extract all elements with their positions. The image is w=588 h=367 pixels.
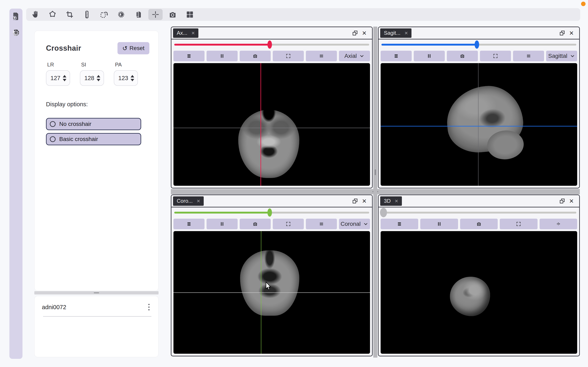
si-increment-arrow[interactable] — [97, 75, 100, 77]
axial-slice-slider[interactable] — [171, 39, 372, 50]
axial-tab-close-icon[interactable]: × — [191, 30, 195, 36]
tool-pan-button[interactable] — [28, 9, 42, 20]
tool-lasso-button[interactable] — [45, 9, 60, 20]
sagittal-dock-panel: Sagit... × × Sagittal — [378, 26, 580, 188]
sagittal-fullscreen-button[interactable] — [480, 51, 511, 61]
threed-titlebar[interactable]: 3D × × — [379, 195, 579, 207]
axial-colorbar-button[interactable] — [306, 51, 337, 61]
threed-fullscreen-button[interactable] — [500, 219, 537, 229]
sagittal-slice-slider[interactable] — [379, 39, 579, 50]
axial-titlebar[interactable]: Ax... × × — [171, 27, 372, 39]
sagittal-viewport[interactable] — [381, 63, 577, 186]
tool-rotate-button[interactable] — [97, 9, 111, 20]
axial-rows-button[interactable] — [174, 51, 205, 61]
dock-vertical-splitter[interactable] — [373, 26, 377, 358]
coronal-slider-handle[interactable] — [267, 209, 272, 217]
tool-crosshair-button[interactable] — [148, 9, 163, 20]
pa-increment-arrow[interactable] — [131, 75, 134, 77]
fullscreen-icon — [492, 53, 498, 59]
coronal-tab[interactable]: Coro... × — [173, 196, 204, 206]
lr-increment-arrow[interactable] — [63, 75, 66, 77]
axial-tab[interactable]: Ax... × — [173, 28, 198, 38]
sagittal-brain-slice — [444, 83, 526, 155]
pa-value: 123 — [118, 75, 128, 82]
sagittal-slider-handle[interactable] — [475, 41, 479, 49]
sagittal-colorbar-button[interactable] — [513, 51, 544, 61]
coronal-orientation-dropdown[interactable]: Coronal — [339, 219, 370, 229]
sagittal-pause-button[interactable] — [414, 51, 445, 61]
camera-icon — [252, 221, 258, 227]
reset-button[interactable]: ↺ Reset — [117, 42, 149, 54]
threed-screenshot-button[interactable] — [460, 219, 498, 229]
tool-camera-button[interactable] — [166, 9, 180, 20]
axial-orientation-dropdown[interactable]: Axial — [339, 51, 370, 61]
tool-grid-button[interactable] — [183, 9, 197, 20]
axial-float-button[interactable] — [352, 30, 358, 36]
color-wheel-icon[interactable] — [11, 28, 20, 37]
coronal-fullscreen-button[interactable] — [273, 219, 304, 229]
si-spinbox[interactable]: 128 — [80, 70, 104, 86]
axial-vertical-crosshair — [260, 63, 261, 186]
threed-slider-handle[interactable] — [380, 208, 387, 217]
subject-menu-button[interactable] — [145, 302, 153, 312]
option-basic-crosshair[interactable]: Basic crosshair — [46, 133, 141, 145]
crop-icon — [65, 10, 74, 19]
left-icon-rail — [9, 8, 23, 359]
threed-rows-button[interactable] — [381, 219, 418, 229]
coronal-close-button[interactable]: × — [360, 197, 368, 205]
coronal-screenshot-button[interactable] — [240, 219, 271, 229]
coronal-viewport[interactable] — [174, 231, 370, 354]
axial-slider-handle[interactable] — [267, 41, 272, 49]
sagittal-rows-button[interactable] — [381, 51, 412, 61]
threed-tab[interactable]: 3D × — [380, 196, 402, 206]
sagittal-orientation-dropdown[interactable]: Sagittal — [546, 51, 577, 61]
coronal-pause-button[interactable] — [207, 219, 238, 229]
sagittal-screenshot-button[interactable] — [447, 51, 478, 61]
option-label: No crosshair — [59, 121, 91, 127]
coronal-tab-close-icon[interactable]: × — [197, 198, 200, 204]
coordinate-fields: LR 127 SI 128 PA 123 — [46, 61, 149, 86]
si-decrement-arrow[interactable] — [97, 79, 100, 81]
ruler-icon — [83, 10, 91, 19]
coronal-colorbar-button[interactable] — [306, 219, 337, 229]
lr-decrement-arrow[interactable] — [63, 79, 66, 81]
pause-icon — [426, 53, 432, 59]
threed-close-button[interactable]: × — [567, 197, 576, 205]
lr-spinbox[interactable]: 127 — [46, 70, 70, 86]
sagittal-titlebar[interactable]: Sagit... × × — [379, 27, 579, 39]
axial-fullscreen-button[interactable] — [273, 51, 304, 61]
contrast-icon — [117, 10, 125, 19]
display-options-label: Display options: — [46, 101, 149, 108]
threed-cube-button[interactable] — [539, 219, 577, 229]
option-no-crosshair[interactable]: No crosshair — [46, 118, 141, 130]
threed-tab-close-icon[interactable]: × — [395, 198, 398, 204]
pa-spinbox[interactable]: 123 — [114, 70, 138, 86]
coronal-orientation-value: Coronal — [340, 221, 361, 227]
coronal-slice-slider[interactable] — [171, 207, 372, 218]
coronal-rows-button[interactable] — [174, 219, 205, 229]
axial-pause-button[interactable] — [207, 51, 238, 61]
tool-ruler-button[interactable] — [80, 9, 94, 20]
restore-window-icon — [559, 198, 565, 204]
sagittal-close-button[interactable]: × — [567, 29, 576, 37]
threed-slider[interactable] — [379, 207, 579, 218]
coronal-float-button[interactable] — [352, 198, 358, 204]
axial-viewport[interactable] — [174, 63, 370, 186]
lr-label: LR — [46, 61, 70, 68]
left-panel-splitter[interactable] — [34, 291, 158, 294]
threed-pause-button[interactable] — [420, 219, 458, 229]
threed-float-button[interactable] — [559, 198, 565, 204]
axial-screenshot-button[interactable] — [240, 51, 271, 61]
tool-contrast-button[interactable] — [114, 9, 128, 20]
pa-decrement-arrow[interactable] — [131, 79, 134, 81]
sagittal-float-button[interactable] — [559, 30, 565, 36]
tool-layers-button[interactable] — [131, 9, 145, 20]
threed-viewport[interactable] — [381, 231, 577, 354]
coronal-titlebar[interactable]: Coro... × × — [171, 195, 372, 207]
tool-crop-button[interactable] — [63, 9, 77, 20]
sagittal-tab[interactable]: Sagit... × — [380, 28, 412, 38]
sagittal-tab-close-icon[interactable]: × — [405, 30, 408, 36]
colorbar-icon — [318, 53, 324, 59]
file-upload-icon[interactable] — [11, 12, 20, 21]
axial-close-button[interactable]: × — [360, 29, 368, 37]
